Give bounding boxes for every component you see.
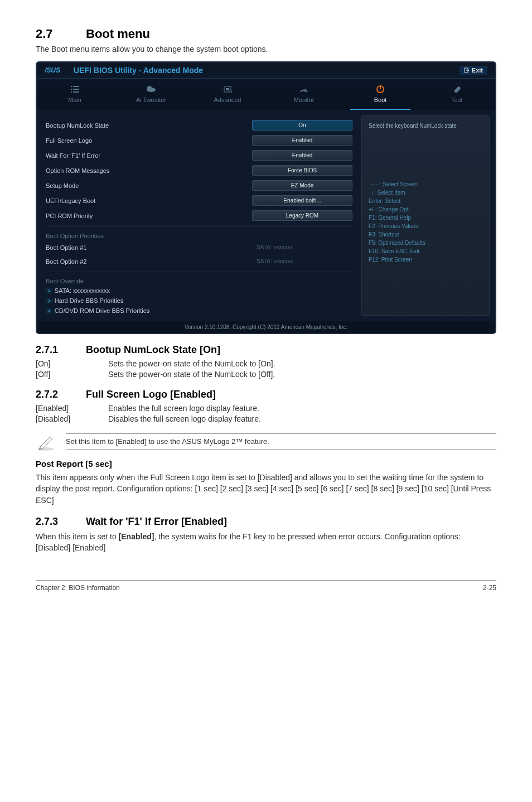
help-keys: →←: Select Screen ↑↓: Select Item Enter:… — [369, 180, 482, 264]
row-setupmode[interactable]: Setup Mode EZ Mode — [46, 178, 352, 193]
value-waitf1[interactable]: Enabled — [252, 150, 352, 161]
help-k1: →←: Select Screen — [369, 180, 482, 189]
tab-ai-tweaker[interactable]: Ai Tweaker — [113, 79, 190, 110]
value-logo[interactable]: Enabled — [252, 135, 352, 146]
heading-272-num: 2.7.2 — [36, 389, 86, 400]
opt-disabled-key: [Disabled] — [36, 414, 108, 423]
section-intro: The Boot menu items allow you to change … — [36, 45, 496, 54]
opt-enabled-key: [Enabled] — [36, 404, 108, 413]
section-heading: 2.7Boot menu — [36, 27, 496, 41]
override-sata-label: SATA: xxxxxxxxxxxx — [55, 287, 110, 294]
help-k9: F10: Save ESC: Exit — [369, 247, 482, 255]
bios-title-text: UEFI BIOS Utility - Advanced Mode — [74, 66, 203, 75]
bios-tabs: Main Ai Tweaker Advanced Monitor Boot To… — [37, 79, 495, 110]
bios-divider-2 — [46, 272, 352, 272]
value-numlock[interactable]: On — [252, 120, 352, 131]
tab-boot-label: Boot — [374, 96, 387, 103]
chip-icon — [223, 85, 233, 93]
help-k8: F5: Optimized Defaults — [369, 239, 482, 247]
tab-advanced-label: Advanced — [214, 96, 241, 103]
value-setupmode[interactable]: EZ Mode — [252, 180, 352, 191]
value-bootopt1[interactable]: SATA: xxxxxxx — [252, 243, 352, 252]
help-k7: F3: Shortcut — [369, 230, 482, 239]
row-numlock[interactable]: Bootup NumLock State On — [46, 118, 352, 133]
pencil-note-icon — [36, 431, 56, 451]
opt-on: [On]Sets the power-on state of the NumLo… — [36, 359, 496, 368]
exit-door-icon — [464, 67, 470, 73]
row-optrom[interactable]: Option ROM Messages Force BIOS — [46, 163, 352, 178]
opt-disabled-val: Disables the full screen logo display fe… — [108, 414, 261, 423]
arrow-icon: > — [46, 288, 52, 294]
bios-help-panel: Select the keyboard NumLock state →←: Se… — [361, 115, 490, 316]
bios-titlebar: /SUS UEFI BIOS Utility - Advanced Mode E… — [37, 62, 495, 79]
postreport-title: Post Report [5 sec] — [36, 459, 496, 468]
list-icon — [70, 85, 80, 93]
tab-monitor-label: Monitor — [294, 96, 315, 103]
heading-272-title: Full Screen Logo [Enabled] — [86, 389, 216, 400]
value-uefi[interactable]: Enabled both... — [252, 195, 352, 206]
section-title-text: Boot menu — [86, 27, 150, 41]
help-k2: ↑↓: Select Item — [369, 189, 482, 197]
heading-273-title: Wait for 'F1' If Error [Enabled] — [86, 516, 227, 527]
tab-tool-label: Tool — [451, 96, 462, 103]
exit-label: Exit — [472, 67, 483, 74]
power-icon — [376, 85, 385, 94]
heading-271: 2.7.1Bootup NumLock State [On] — [36, 344, 496, 356]
row-bootopt2[interactable]: Boot Option #2 SATA: xxxxxxx — [46, 254, 352, 268]
tab-main[interactable]: Main — [37, 79, 113, 110]
row-uefi[interactable]: UEFI/Legacy Boot Enabled both... — [46, 193, 352, 208]
row-pcirom[interactable]: PCI ROM Priority Legacy ROM — [46, 208, 352, 223]
note-box: Set this item to [Enabled] to use the AS… — [36, 431, 496, 451]
arrow-icon: > — [46, 308, 52, 314]
override-cddvd[interactable]: >CD/DVD ROM Drive BBS Priorities — [46, 306, 352, 316]
bios-footer: Version 2.10.1208. Copyright (C) 2012 Am… — [37, 321, 495, 333]
label-waitf1: Wait For 'F1' If Error — [46, 152, 100, 159]
svg-rect-5 — [226, 88, 229, 90]
tab-tool[interactable]: Tool — [419, 79, 495, 110]
arrow-icon: > — [46, 298, 52, 304]
label-setupmode: Setup Mode — [46, 182, 79, 189]
boot-priorities-header: Boot Option Priorities — [46, 230, 352, 240]
tab-tweaker-label: Ai Tweaker — [136, 96, 166, 103]
help-k3: Enter: Select — [369, 197, 482, 205]
tab-main-label: Main — [68, 96, 81, 103]
bios-divider — [46, 226, 352, 227]
row-logo[interactable]: Full Screen Logo Enabled — [46, 133, 352, 148]
bios-settings-panel: Bootup NumLock State On Full Screen Logo… — [37, 110, 361, 321]
help-k4: +/-: Change Opt. — [369, 205, 482, 214]
override-hdd[interactable]: >Hard Drive BBS Priorities — [46, 296, 352, 306]
tab-monitor[interactable]: Monitor — [266, 79, 342, 110]
tab-boot[interactable]: Boot — [342, 79, 419, 110]
value-pcirom[interactable]: Legacy ROM — [252, 210, 352, 221]
opt-disabled: [Disabled]Disables the full screen logo … — [36, 414, 496, 423]
heading-271-title: Bootup NumLock State [On] — [86, 344, 220, 355]
label-uefi: UEFI/Legacy Boot — [46, 197, 95, 204]
label-optrom: Option ROM Messages — [46, 167, 109, 174]
opt-off-val: Sets the power-on state of the NumLock t… — [108, 370, 275, 379]
value-bootopt2[interactable]: SATA: xxxxxxx — [252, 257, 352, 266]
bios-screenshot: /SUS UEFI BIOS Utility - Advanced Mode E… — [36, 61, 496, 334]
override-sata[interactable]: >SATA: xxxxxxxxxxxx — [46, 286, 352, 296]
svg-text:/SUS: /SUS — [45, 66, 60, 74]
bios-exit-button[interactable]: Exit — [460, 66, 487, 75]
gauge-icon — [299, 85, 309, 93]
help-k10: F12: Print Screen — [369, 255, 482, 264]
svg-point-6 — [229, 90, 232, 93]
footer-right: 2-25 — [483, 584, 496, 592]
heading-273: 2.7.3Wait for 'F1' If Error [Enabled] — [36, 516, 496, 528]
tab-advanced[interactable]: Advanced — [190, 79, 266, 110]
label-logo: Full Screen Logo — [46, 137, 92, 144]
label-bootopt2: Boot Option #2 — [46, 258, 86, 265]
label-numlock: Bootup NumLock State — [46, 122, 109, 129]
section-number: 2.7 — [36, 27, 86, 41]
row-bootopt1[interactable]: Boot Option #1 SATA: xxxxxxx — [46, 240, 352, 254]
value-optrom[interactable]: Force BIOS — [252, 165, 352, 176]
heading-273-num: 2.7.3 — [36, 516, 86, 528]
opt-off-key: [Off] — [36, 370, 108, 379]
label-bootopt1: Boot Option #1 — [46, 244, 86, 251]
row-waitf1[interactable]: Wait For 'F1' If Error Enabled — [46, 148, 352, 163]
svg-point-3 — [147, 86, 152, 90]
postreport-body: This item appears only when the Full Scr… — [36, 472, 496, 506]
page-footer: Chapter 2: BIOS information 2-25 — [36, 580, 496, 592]
opt-off: [Off]Sets the power-on state of the NumL… — [36, 370, 496, 379]
